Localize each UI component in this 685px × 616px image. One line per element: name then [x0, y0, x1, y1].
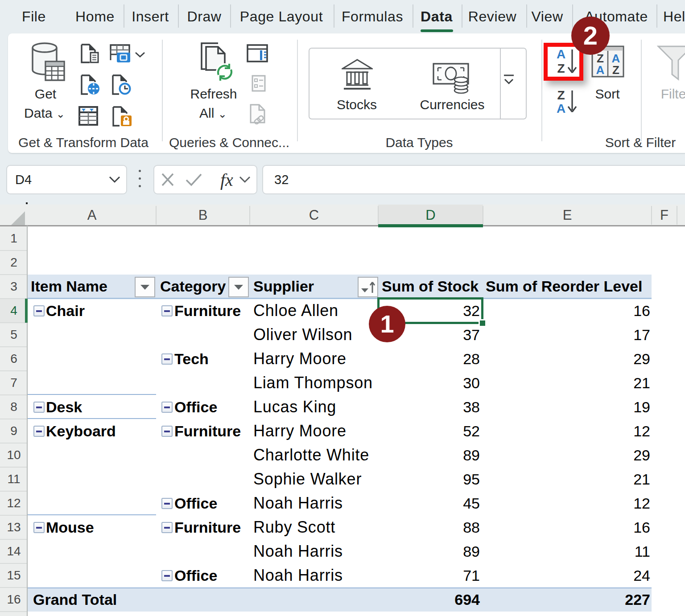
svg-text:Z: Z — [557, 90, 565, 102]
svg-text:A: A — [557, 102, 565, 115]
svg-text:Z: Z — [612, 63, 619, 77]
svg-text:fx: fx — [220, 170, 233, 190]
svg-text:A: A — [596, 63, 605, 77]
